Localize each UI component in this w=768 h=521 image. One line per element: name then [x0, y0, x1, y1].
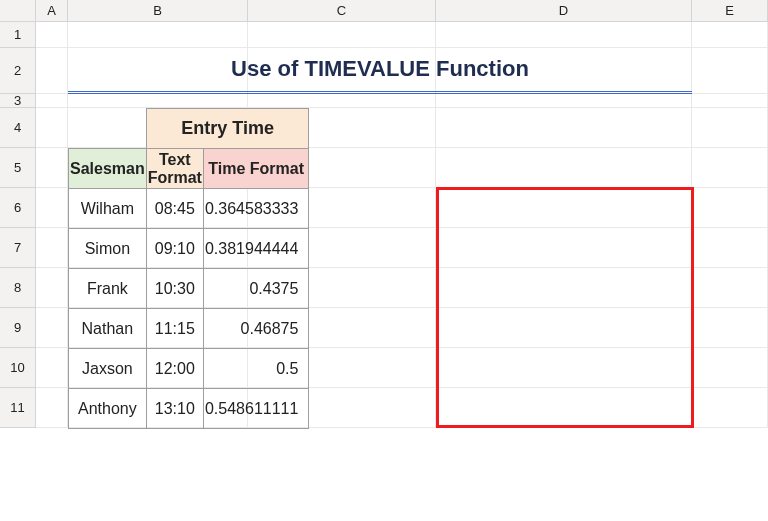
col-header-D[interactable]: D [436, 0, 692, 21]
header-salesman[interactable]: Salesman [69, 149, 147, 189]
cell-time-format[interactable]: 0.381944444 [203, 229, 308, 269]
col-header-E[interactable]: E [692, 0, 768, 21]
header-text-format[interactable]: Text Format [146, 149, 203, 189]
table-row: Anthony 13:10 0.548611111 [69, 389, 309, 429]
cell-salesman[interactable]: Anthony [69, 389, 147, 429]
table-row: Simon 09:10 0.381944444 [69, 229, 309, 269]
table-row: Nathan 11:15 0.46875 [69, 309, 309, 349]
cell-salesman[interactable]: Frank [69, 269, 147, 309]
blank-cell[interactable] [69, 109, 147, 149]
cell-text-format[interactable]: 10:30 [146, 269, 203, 309]
table-row: Wilham 08:45 0.364583333 [69, 189, 309, 229]
cell-time-format[interactable]: 0.548611111 [203, 389, 308, 429]
row-headers: 1 2 3 4 5 6 7 8 9 10 11 [0, 22, 36, 428]
table-row: Frank 10:30 0.4375 [69, 269, 309, 309]
cell-text-format[interactable]: 12:00 [146, 349, 203, 389]
row-header-9[interactable]: 9 [0, 308, 36, 348]
row-header-6[interactable]: 6 [0, 188, 36, 228]
col-header-A[interactable]: A [36, 0, 68, 21]
cell-time-format[interactable]: 0.46875 [203, 309, 308, 349]
cell-salesman[interactable]: Simon [69, 229, 147, 269]
select-all-corner[interactable] [0, 0, 36, 22]
cell-time-format[interactable]: 0.4375 [203, 269, 308, 309]
column-headers: A B C D E [0, 0, 768, 22]
header-time-format[interactable]: Time Format [203, 149, 308, 189]
row-header-8[interactable]: 8 [0, 268, 36, 308]
cell-salesman[interactable]: Wilham [69, 189, 147, 229]
spreadsheet: A B C D E 1 2 3 4 5 6 7 8 9 10 11 [0, 0, 768, 22]
row-header-3[interactable]: 3 [0, 94, 36, 108]
header-entry-time[interactable]: Entry Time [146, 109, 309, 149]
cell-text-format[interactable]: 08:45 [146, 189, 203, 229]
col-header-C[interactable]: C [248, 0, 436, 21]
cell-salesman[interactable]: Jaxson [69, 349, 147, 389]
cell-time-format[interactable]: 0.5 [203, 349, 308, 389]
cell-time-format[interactable]: 0.364583333 [203, 189, 308, 229]
data-table: Entry Time Salesman Text Format Time For… [68, 108, 309, 429]
cell-text-format[interactable]: 13:10 [146, 389, 203, 429]
row-header-2[interactable]: 2 [0, 48, 36, 94]
row-header-10[interactable]: 10 [0, 348, 36, 388]
table-row: Jaxson 12:00 0.5 [69, 349, 309, 389]
row-header-11[interactable]: 11 [0, 388, 36, 428]
page-title: Use of TIMEVALUE Function [68, 48, 692, 94]
row-header-7[interactable]: 7 [0, 228, 36, 268]
row-header-5[interactable]: 5 [0, 148, 36, 188]
cell-text-format[interactable]: 09:10 [146, 229, 203, 269]
cell-salesman[interactable]: Nathan [69, 309, 147, 349]
row-header-4[interactable]: 4 [0, 108, 36, 148]
row-header-1[interactable]: 1 [0, 22, 36, 48]
col-header-B[interactable]: B [68, 0, 248, 21]
cell-text-format[interactable]: 11:15 [146, 309, 203, 349]
